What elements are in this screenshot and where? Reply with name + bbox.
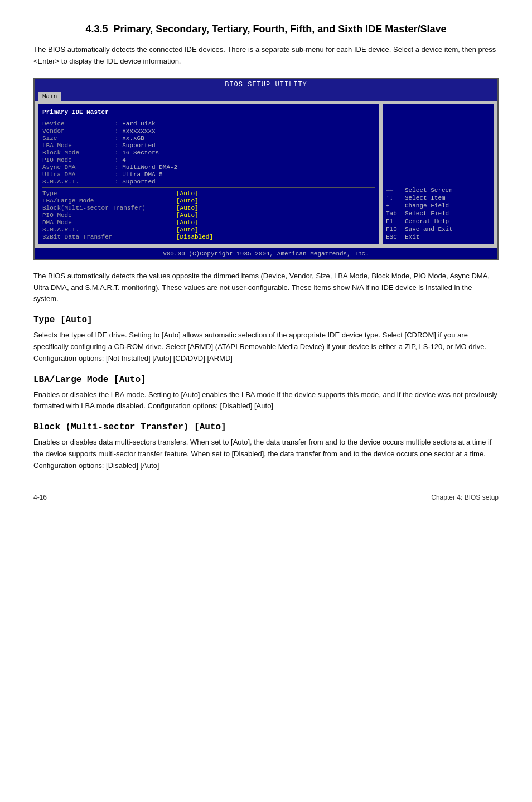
table-row: Size : xx.xGB: [42, 135, 375, 142]
type-section-title: Type [Auto]: [33, 315, 499, 325]
page-footer: 4-16 Chapter 4: BIOS setup: [33, 489, 499, 501]
table-row: S.M.A.R.T. [Auto]: [42, 226, 375, 233]
block-section-title: Block (Multi-sector Transfer) [Auto]: [33, 422, 499, 432]
lba-section-desc: Enables or disables the LBA mode. Settin…: [33, 389, 499, 413]
desc-paragraph: The BIOS automatically detects the value…: [33, 270, 499, 305]
bios-key-legend: →← Select Screen ↑↓ Select Item +- Chang…: [383, 104, 494, 244]
key-row: ESC Exit: [386, 234, 491, 240]
bios-option-rows: Type [Auto] LBA/Large Mode [Auto] Block(…: [42, 190, 375, 240]
table-row: DMA Mode [Auto]: [42, 219, 375, 226]
bios-tab-bar: Main: [35, 91, 497, 101]
bios-device-rows: Device : Hard Disk Vendor : xxxxxxxxx Si…: [42, 120, 375, 185]
table-row: S.M.A.R.T. : Supported: [42, 178, 375, 185]
bios-content-area: Primary IDE Master Device : Hard Disk Ve…: [35, 101, 497, 248]
footer-chapter-label: Chapter 4: BIOS setup: [431, 494, 499, 501]
key-row: F1 General Help: [386, 218, 491, 225]
table-row: Ultra DMA : Ultra DMA-5: [42, 171, 375, 178]
table-row: LBA/Large Mode [Auto]: [42, 197, 375, 204]
table-row: PIO Mode [Auto]: [42, 212, 375, 219]
block-section-desc: Enables or disables data multi-sectors t…: [33, 437, 499, 471]
key-row: +- Change Field: [386, 202, 491, 209]
footer-page-number: 4-16: [33, 494, 47, 501]
bios-tab-main: Main: [38, 92, 61, 101]
key-row: F10 Save and Exit: [386, 226, 491, 233]
table-row: Device : Hard Disk: [42, 120, 375, 127]
table-row: Async DMA : MultiWord DMA-2: [42, 164, 375, 171]
table-row: 32Bit Data Transfer [Disabled]: [42, 234, 375, 240]
bios-panel-title: Primary IDE Master: [42, 108, 375, 117]
intro-paragraph: The BIOS automatically detects the conne…: [33, 44, 499, 67]
bios-header: BIOS SETUP UTILITY: [35, 79, 497, 91]
section-title: 4.3.5 Primary, Secondary, Tertiary, Four…: [33, 22, 499, 36]
type-section-desc: Selects the type of IDE drive. Setting t…: [33, 330, 499, 364]
table-row: Block(Multi-sector Transfer) [Auto]: [42, 205, 375, 211]
table-row: Type [Auto]: [42, 190, 375, 197]
key-row: →← Select Screen: [386, 187, 491, 194]
table-row: LBA Mode : Supported: [42, 142, 375, 149]
table-row: Vendor : xxxxxxxxx: [42, 128, 375, 134]
table-row: PIO Mode : 4: [42, 157, 375, 163]
lba-section-title: LBA/Large Mode [Auto]: [33, 375, 499, 385]
table-row: Block Mode : 16 Sectors: [42, 149, 375, 156]
bios-main-panel: Primary IDE Master Device : Hard Disk Ve…: [38, 104, 379, 244]
bios-screenshot: BIOS SETUP UTILITY Main Primary IDE Mast…: [33, 78, 499, 260]
bios-footer: V00.00 (C)Copyright 1985-2004, American …: [35, 248, 497, 259]
section-heading-text: Primary, Secondary, Tertiary, Fourth, Fi…: [114, 23, 447, 35]
section-number: 4.3.5: [86, 23, 108, 35]
key-row: ↑↓ Select Item: [386, 195, 491, 201]
key-row: Tab Select Field: [386, 210, 491, 217]
